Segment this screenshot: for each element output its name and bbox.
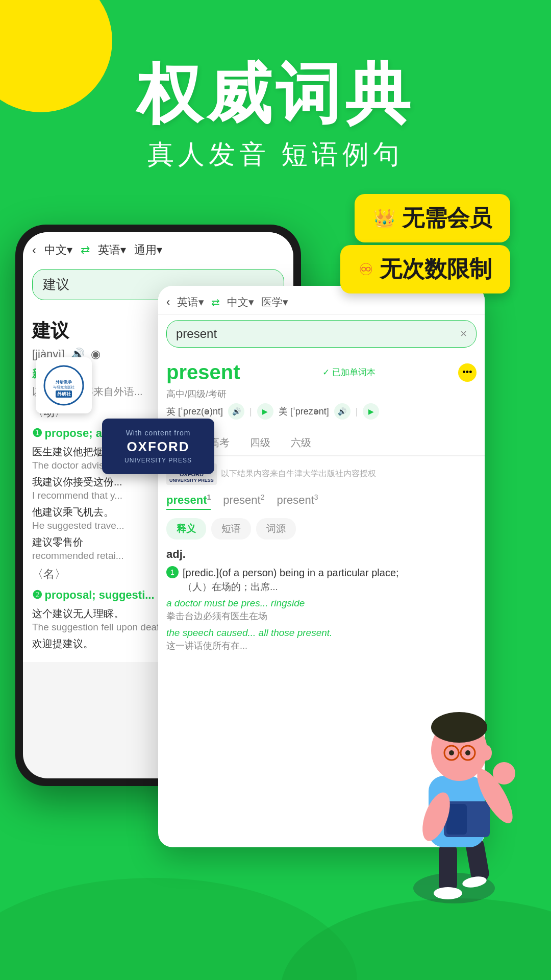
flp-badge: 外语教学 与研究出版社 外研社 xyxy=(36,357,92,413)
oxford-press-badge: With content from OXFORD UNIVERSITY PRES… xyxy=(102,419,214,474)
dict-example-en-2: the speech caused... all those present. xyxy=(166,627,477,639)
dict-pron-uk: 英 [ˈprez(ə)nt] xyxy=(166,405,223,418)
badge-unlimited: ♾ 无次数限制 xyxy=(340,245,510,293)
flp-logo-svg: 外语教学 与研究出版社 外研社 xyxy=(43,365,84,406)
dict-example-cn-2: 这一讲话使所有在... xyxy=(166,640,477,652)
dict-clear-icon[interactable]: × xyxy=(460,327,467,340)
dict-example-cn-1: 拳击台边必须有医生在场 xyxy=(166,610,477,622)
infinity-icon: ♾ xyxy=(359,260,373,279)
pron-uk-audio-icon[interactable]: 🔊 xyxy=(228,403,244,420)
dict-tab-medical[interactable]: 医学▾ xyxy=(261,295,288,309)
dict-word-result: present ✓ 已加单词本 ••• 高中/四级/考研 英 [ˈprez(ə)… xyxy=(158,353,485,427)
dict-tab-cet4[interactable]: 四级 xyxy=(240,431,281,455)
sub-title: 真人发音 短语例句 xyxy=(0,137,551,173)
nav-tab-english[interactable]: 英语▾ xyxy=(98,242,126,258)
dict-def-content-1: [predic.](of a person) being in a partic… xyxy=(183,565,399,594)
svg-point-19 xyxy=(431,712,487,743)
dict-bookmark-row: present ✓ 已加单词本 ••• xyxy=(166,361,477,384)
back-icon-right[interactable]: ‹ xyxy=(166,296,170,309)
nav-tab-general[interactable]: 通用▾ xyxy=(134,242,162,258)
dict-pron-row: 英 [ˈprez(ə)nt] 🔊 | ▶ 美 [ˈprezənt] 🔊 | ▶ xyxy=(166,403,477,420)
dict-variant-1[interactable]: present1 xyxy=(166,493,211,510)
nav-tab-chinese[interactable]: 中文▾ xyxy=(44,242,72,258)
dict-variant-2[interactable]: present2 xyxy=(223,493,264,510)
badge-text-2: 无次数限制 xyxy=(380,254,492,284)
svg-text:外研社: 外研社 xyxy=(57,391,71,397)
dict-tab-cet6[interactable]: 六级 xyxy=(281,431,321,455)
svg-point-24 xyxy=(465,750,470,755)
main-title: 权威词典 xyxy=(0,61,551,127)
dict-oxford-source-text: 以下结果内容来自牛津大学出版社内容授权 xyxy=(221,469,376,479)
character-svg xyxy=(367,674,541,929)
character-illustration xyxy=(367,674,541,929)
svg-point-10 xyxy=(434,887,462,899)
dict-def-text-1: [predic.](of a person) being in a partic… xyxy=(183,565,399,580)
oxford-subtitle: With content from xyxy=(114,429,202,437)
dict-search-input[interactable]: present × xyxy=(166,320,477,348)
oxford-name: UNIVERSITY PRESS xyxy=(114,457,202,464)
pron-us-audio-icon[interactable]: 🔊 xyxy=(334,403,350,420)
badge-text-1: 无需会员 xyxy=(402,203,492,233)
dict-search-bar: present × xyxy=(158,315,485,353)
dict-present-variants: present1 present2 present3 xyxy=(158,488,485,515)
swap-icon-left[interactable]: ⇄ xyxy=(81,243,90,257)
dict-bookmark-label[interactable]: ✓ 已加单词本 xyxy=(322,366,375,378)
dict-variant-3[interactable]: present3 xyxy=(277,493,318,510)
dict-pron-us: 美 [ˈprezənt] xyxy=(279,405,329,418)
svg-point-25 xyxy=(482,745,492,761)
dict-def-tabs: 释义 短语 词源 xyxy=(158,515,485,543)
phone-nav-left: ‹ 中文▾ ⇄ 英语▾ 通用▾ xyxy=(23,232,293,264)
svg-point-23 xyxy=(449,750,454,755)
dict-def-cn-1: （人）在场的；出席... xyxy=(183,580,399,594)
svg-text:外语教学: 外语教学 xyxy=(55,380,72,384)
dict-def-tab-meaning[interactable]: 释义 xyxy=(166,518,206,540)
dict-def-tab-phrases[interactable]: 短语 xyxy=(211,518,251,540)
pron-us-play-icon[interactable]: ▶ xyxy=(363,403,379,420)
dict-search-text: present xyxy=(176,327,217,341)
title-section: 权威词典 真人发音 短语例句 xyxy=(0,61,551,173)
oxford-title: OXFORD xyxy=(114,439,202,455)
dict-tab-english[interactable]: 英语▾ xyxy=(177,295,204,309)
dict-pos: adj. xyxy=(166,548,477,561)
dict-swap-icon[interactable]: ⇄ xyxy=(211,296,220,308)
dict-more-icon[interactable]: ••• xyxy=(458,363,477,382)
dict-def-num-1: 1 xyxy=(166,566,179,578)
dict-word-main: present xyxy=(166,361,240,384)
dict-tab-chinese[interactable]: 中文▾ xyxy=(227,295,254,309)
crown-icon: 👑 xyxy=(373,208,396,229)
back-icon-left[interactable]: ‹ xyxy=(32,243,36,257)
badge-no-membership: 👑 无需会员 xyxy=(355,194,510,242)
svg-point-17 xyxy=(493,762,515,785)
dict-definition-section: adj. 1 [predic.](of a person) being in a… xyxy=(158,543,485,662)
pron-uk-play-icon[interactable]: ▶ xyxy=(257,403,273,420)
dict-example-en-1: a doctor must be pres... ringside xyxy=(166,598,477,609)
dict-def-tab-etymology[interactable]: 词源 xyxy=(256,518,296,540)
svg-rect-8 xyxy=(439,842,457,893)
dict-def-item-1: 1 [predic.](of a person) being in a part… xyxy=(166,565,477,594)
svg-text:与研究出版社: 与研究出版社 xyxy=(53,385,74,389)
dict-word-level: 高中/四级/考研 xyxy=(166,388,477,400)
